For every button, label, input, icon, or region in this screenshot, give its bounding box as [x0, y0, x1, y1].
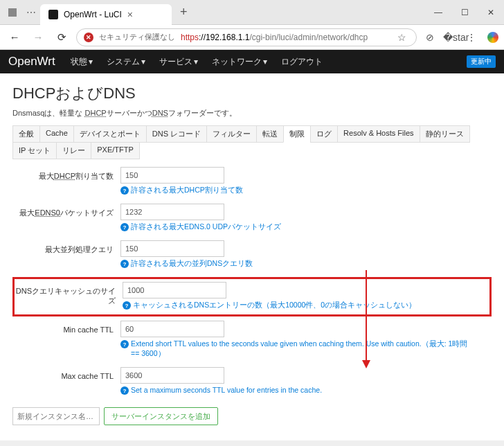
highlight-cache-size: DNSクエリキャッシュのサイズ ?キャッシュされるDNSエントリーの数（最大10… [12, 277, 492, 316]
window-close-button[interactable]: ✕ [478, 0, 504, 25]
info-icon: ? [120, 386, 129, 395]
tab--[interactable]: ログ [310, 125, 338, 143]
tab--[interactable]: デバイスとポート [73, 125, 147, 143]
close-icon[interactable]: × [127, 9, 133, 20]
browser-tab-strip: ⋯ OpenWrt - LuCI × + — ☐ ✕ [0, 0, 504, 25]
label-max-dhcp: 最大DHCP割り当て数 [12, 167, 120, 181]
action-bar: 保存&適用 ▼ 保存 リセット [0, 440, 504, 446]
forward-button: → [29, 28, 47, 46]
info-icon: ? [120, 186, 129, 195]
help-max-ttl: Set a maximum seconds TTL value for entr… [131, 386, 322, 394]
extensions-icon[interactable]: ⋮ [464, 32, 479, 43]
info-icon: ? [120, 260, 129, 268]
address-bar[interactable]: ✕ セキュリティ保護なし https://192.168.1.1/cgi-bin… [76, 28, 417, 46]
menu-status[interactable]: 状態▾ [65, 56, 98, 68]
tab--[interactable]: 転送 [256, 125, 284, 143]
tab-menu-icon[interactable]: ⋯ [22, 7, 40, 18]
security-label: セキュリティ保護なし [99, 32, 175, 42]
tab-cache[interactable]: Cache [39, 125, 74, 143]
app-header: OpenWrt 状態▾ システム▾ サービス▾ ネットワーク▾ ログアウト 更新… [0, 50, 504, 73]
favicon-icon [48, 10, 58, 19]
menu-system[interactable]: システム▾ [101, 56, 151, 68]
help-max-edns: 許容される最大EDNS.0 UDPパケットサイズ [131, 222, 281, 232]
input-max-concurrent[interactable] [120, 240, 224, 257]
browser-tab[interactable]: OpenWrt - LuCI × [40, 4, 172, 25]
logo[interactable]: OpenWrt [8, 55, 55, 69]
tab-resolv-hosts-files[interactable]: Resolv & Hosts Files [337, 125, 420, 143]
label-max-edns: 最大EDNS0パケットサイズ [12, 204, 120, 217]
label-min-ttl: Min cache TTL [12, 321, 120, 334]
refresh-badge[interactable]: 更新中 [467, 55, 496, 68]
help-max-concurrent: 許容される最大の並列DNSクエリ数 [131, 259, 253, 269]
input-new-instance[interactable] [12, 407, 100, 425]
input-max-dhcp[interactable] [120, 167, 224, 184]
tracking-icon[interactable]: ⊘ [422, 32, 438, 43]
page-description: Dnsmasqは、軽量な DHCPサーバーかつDNSフォワーダーです。 [12, 108, 492, 118]
page-title: DHCPおよびDNS [12, 83, 492, 104]
favorites-icon[interactable]: �star [443, 32, 458, 43]
chrome-ext-icon[interactable] [487, 32, 498, 43]
window-minimize-button[interactable]: — [425, 0, 451, 25]
input-cache-size[interactable] [123, 282, 226, 298]
tab-list-icon[interactable] [8, 8, 17, 17]
menu-network[interactable]: ネットワーク▾ [206, 56, 273, 68]
tab--[interactable]: リレー [56, 142, 91, 159]
not-secure-icon[interactable]: ✕ [84, 33, 93, 42]
tab-bar: 全般CacheデバイスとポートDNS レコードフィルター転送制限ログResolv… [12, 125, 492, 159]
window-maximize-button[interactable]: ☐ [451, 0, 478, 25]
tab-pxe-tftp[interactable]: PXE/TFTP [91, 142, 140, 159]
label-cache-size: DNSクエリキャッシュのサイズ [15, 282, 123, 306]
tab-ip-[interactable]: IP セット [12, 142, 57, 159]
tab-dns-[interactable]: DNS レコード [146, 125, 207, 143]
star-icon[interactable]: ☆ [394, 32, 409, 43]
input-min-ttl[interactable] [120, 321, 224, 337]
tab--[interactable]: 静的リース [420, 125, 470, 143]
menu-logout[interactable]: ログアウト [276, 56, 328, 68]
tab--[interactable]: 全般 [12, 125, 40, 143]
info-icon: ? [120, 223, 129, 231]
info-icon: ? [123, 301, 131, 310]
back-button[interactable]: ← [6, 28, 24, 46]
menu-services[interactable]: サービス▾ [154, 56, 204, 68]
url-text: https://192.168.1.1/cgi-bin/luci/admin/n… [181, 33, 388, 42]
reload-button[interactable]: ⟳ [53, 28, 71, 46]
help-max-dhcp: 許容される最大DHCP割り当て数 [131, 186, 243, 195]
tab--[interactable]: フィルター [206, 125, 257, 143]
tab--[interactable]: 制限 [283, 125, 311, 143]
input-max-edns[interactable] [120, 204, 224, 220]
add-instance-button[interactable]: サーバーインスタンスを追加 [104, 407, 218, 425]
tab-title: OpenWrt - LuCI [64, 10, 122, 19]
annotation-arrow [366, 270, 367, 366]
input-max-ttl[interactable] [120, 367, 224, 384]
help-min-ttl: Extend short TTL values to the seconds v… [131, 339, 478, 359]
browser-toolbar: ← → ⟳ ✕ セキュリティ保護なし https://192.168.1.1/c… [0, 25, 504, 50]
new-tab-button[interactable]: + [172, 5, 196, 19]
help-cache-size: キャッシュされるDNSエントリーの数（最大10000件、0の場合キャッシュしない… [133, 301, 416, 310]
info-icon: ? [120, 340, 129, 348]
label-max-ttl: Max cache TTL [12, 367, 120, 381]
label-max-concurrent: 最大並列処理クエリ [12, 240, 120, 254]
